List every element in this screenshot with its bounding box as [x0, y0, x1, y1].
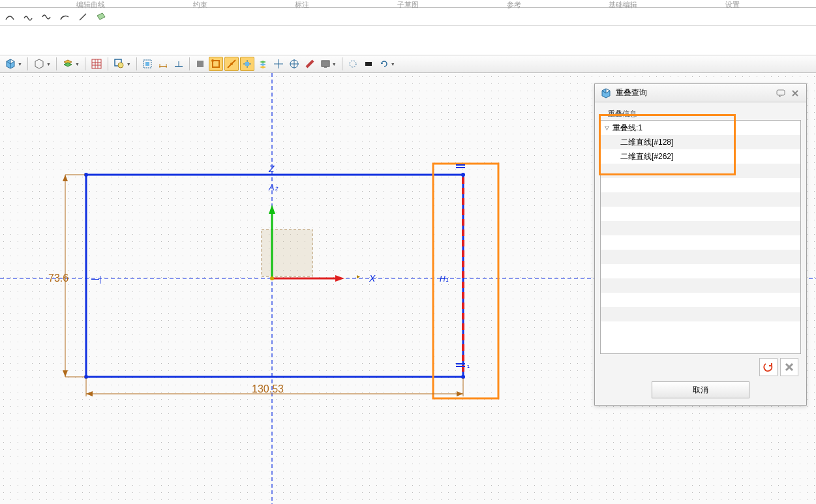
tree-empty-row: [601, 250, 800, 264]
select-window[interactable]: [140, 57, 155, 71]
snap-mid[interactable]: [224, 57, 239, 71]
ribbon-group-basic-edit: 基础编辑: [596, 0, 650, 7]
ribbon-group-subsketch: 子草图: [384, 0, 432, 7]
svg-rect-1: [92, 59, 101, 68]
svg-text:₁: ₁: [467, 362, 470, 369]
wireframe-cube[interactable]: ▼: [31, 57, 53, 71]
slash-tool[interactable]: [303, 57, 317, 71]
group-label: 重叠信息: [608, 109, 801, 119]
tree-empty-row: [601, 192, 800, 207]
dim-horizontal-value[interactable]: 130.53: [252, 383, 284, 394]
tree-empty-row: [601, 307, 800, 321]
tree-item[interactable]: 二维直线[#128]: [601, 135, 800, 149]
panel-title: 重叠查询: [616, 87, 772, 98]
view-cube[interactable]: ▼: [3, 57, 24, 71]
svg-line-0: [80, 14, 86, 20]
dashed-circle[interactable]: [346, 57, 360, 71]
zoom-window[interactable]: ▼: [112, 57, 133, 71]
delete-button[interactable]: [780, 358, 798, 376]
svg-rect-29: [322, 61, 329, 67]
target-tool[interactable]: [287, 57, 301, 71]
tree-item-label: 二维直线[#128]: [620, 137, 673, 148]
tree-empty-row: [601, 235, 800, 250]
tree-item[interactable]: 二维直线[#262]: [601, 149, 800, 164]
overlap-query-panel: 重叠查询 重叠信息 ▽ 重叠线:1 二维直线[#128] 二维直线[#262]: [594, 83, 807, 406]
close-icon[interactable]: [789, 87, 801, 99]
svg-point-38: [461, 173, 465, 177]
arc3-tool[interactable]: [57, 10, 72, 24]
z-axis-label: Z: [268, 164, 275, 174]
svg-rect-32: [365, 62, 372, 66]
arc-tool[interactable]: [3, 10, 17, 24]
svg-point-19: [230, 63, 233, 65]
svg-text:—|: —|: [91, 274, 101, 284]
monitor-tool[interactable]: ▼: [318, 57, 339, 71]
tree-empty-row: [601, 293, 800, 307]
surface-tool[interactable]: [94, 10, 108, 24]
svg-point-7: [118, 63, 123, 68]
crosshair-tool[interactable]: [271, 57, 286, 71]
ribbon-group-constraint: 约束: [180, 0, 220, 7]
ribbon-group-settings: 设置: [712, 0, 753, 7]
ribbon-group-reference: 参考: [494, 0, 534, 7]
spline-tool[interactable]: [21, 10, 35, 24]
constraint-marker-top: [456, 165, 465, 168]
tree-empty-row: [601, 278, 800, 293]
ribbon-group-labels: 编辑曲线 约束 标注 子草图 参考 基础编辑 设置: [0, 0, 816, 8]
tree-empty-row: [601, 321, 800, 336]
svg-rect-60: [777, 90, 785, 95]
ribbon-group-edit-curve: 编辑曲线: [63, 0, 118, 7]
main-toolbar: ▼ ▼ ▼ ▼ ▼ ▼: [0, 55, 816, 73]
tree-root-row[interactable]: ▽ 重叠线:1: [601, 121, 800, 135]
svg-point-17: [211, 59, 214, 62]
line-tool[interactable]: [76, 10, 90, 24]
layers-iso[interactable]: [256, 57, 270, 71]
origin-label: A₂: [268, 183, 279, 192]
chevron-down-icon[interactable]: ▽: [605, 125, 612, 131]
svg-rect-15: [197, 61, 204, 67]
svg-point-45: [270, 276, 274, 280]
ribbon-group-annotate: 标注: [282, 0, 322, 7]
svg-text:▸: ▸: [357, 273, 360, 280]
tree-root-label: 重叠线:1: [612, 123, 642, 134]
tree-empty-row: [601, 178, 800, 192]
overlap-tree[interactable]: ▽ 重叠线:1 二维直线[#128] 二维直线[#262]: [600, 120, 801, 354]
tree-empty-row: [601, 164, 800, 178]
solid-square[interactable]: [361, 57, 376, 71]
refresh-button[interactable]: [759, 358, 778, 376]
hdim-tool[interactable]: [156, 57, 170, 71]
cancel-button[interactable]: 取消: [652, 381, 749, 398]
tree-item-label: 二维直线[#262]: [620, 151, 673, 162]
vdim-tool[interactable]: [172, 57, 186, 71]
rotate-tool[interactable]: ▼: [377, 57, 397, 71]
quick-access-toolbar: [0, 8, 816, 26]
svg-rect-16: [213, 61, 219, 67]
x-axis-label: X: [369, 273, 376, 284]
dim-vertical-value[interactable]: 73.6: [48, 273, 68, 284]
svg-line-28: [307, 61, 313, 67]
layers-tool[interactable]: ▼: [60, 57, 82, 71]
snap-center[interactable]: [240, 57, 254, 71]
tree-empty-row: [601, 264, 800, 278]
svg-rect-35: [262, 230, 312, 276]
wave-tool[interactable]: [39, 10, 53, 24]
grid-tool[interactable]: [89, 57, 104, 71]
svg-text:H₁: H₁: [440, 274, 449, 284]
cube-icon: [600, 87, 612, 99]
svg-rect-22: [245, 62, 249, 66]
tree-empty-row: [601, 207, 800, 221]
tree-empty-row: [601, 221, 800, 235]
svg-rect-30: [324, 67, 327, 68]
snap-end[interactable]: [209, 57, 223, 71]
fill-tool[interactable]: [193, 57, 207, 71]
svg-rect-9: [145, 62, 149, 66]
feedback-icon[interactable]: [775, 87, 787, 99]
panel-header[interactable]: 重叠查询: [595, 84, 806, 102]
svg-point-31: [350, 61, 356, 67]
